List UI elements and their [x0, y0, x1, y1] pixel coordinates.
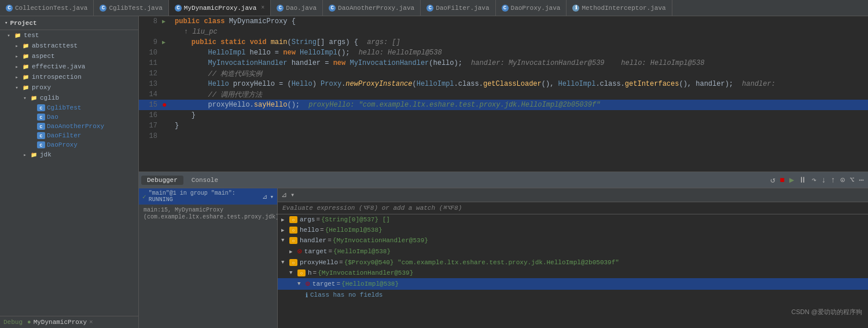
- class-icon: C: [37, 123, 45, 130]
- debug-panel: Debugger Console ↺ ■ ▶ ⏸ ↷ ↓ ↑ ⊙ ⌥ ⋯: [139, 172, 868, 328]
- chevron-down-icon: ▾: [13, 85, 21, 91]
- tab-dao-filter[interactable]: C DaoFilter.java: [421, 0, 495, 16]
- folder-icon: 📁: [21, 73, 30, 81]
- eval-bar[interactable]: Evaluate expression (⌥F8) or add a watch…: [278, 202, 868, 214]
- chevron-right-icon: ▸: [21, 152, 29, 158]
- tab-icon-dao-filter: C: [426, 5, 433, 12]
- restart-icon[interactable]: ↺: [768, 174, 777, 186]
- tab-method-interceptor[interactable]: ℹ MethodInterceptor.java: [567, 0, 672, 16]
- pause-icon[interactable]: ⏸: [797, 174, 808, 186]
- tree-item-proxy[interactable]: ▾ 📁 proxy: [0, 82, 138, 93]
- frame-item[interactable]: main:15, MyDynamicProxy (com.example.ltx…: [139, 205, 277, 222]
- var-item-args[interactable]: ▶ ○ args = {String[0]@537} []: [278, 214, 868, 225]
- folder-icon: 📁: [29, 94, 38, 102]
- step-into-icon[interactable]: ↓: [819, 174, 827, 186]
- tree-item-effective-java[interactable]: ▸ 📁 effective.java: [0, 61, 138, 72]
- code-line-8: 8 ▶ public class MyDynamicProxy {: [139, 16, 868, 27]
- var-item-handler-target[interactable]: ▶ ⊙ target = {HelloImpl@538}: [278, 246, 868, 257]
- code-line-annotation: ↑ liu_pc: [139, 27, 868, 37]
- code-view[interactable]: 8 ▶ public class MyDynamicProxy { ↑ liu_…: [139, 16, 868, 172]
- var-icon-proxy: ○: [289, 259, 297, 266]
- var-item-proxy-hello[interactable]: ▼ ○ proxyHello = {$Proxy0@540} "com.exam…: [278, 257, 868, 268]
- filter-icon[interactable]: ⊿: [262, 193, 267, 201]
- tab-debugger[interactable]: Debugger: [141, 176, 183, 185]
- my-dynamic-proxy-debug-tab[interactable]: ● MyDynamicProxy ×: [27, 319, 93, 326]
- tab-icon-dao-another: C: [329, 5, 336, 12]
- tree-item-dao-proxy[interactable]: C DaoProxy: [0, 140, 138, 150]
- tree-item-introspection[interactable]: ▸ 📁 introspection: [0, 72, 138, 82]
- editor-area: 8 ▶ public class MyDynamicProxy { ↑ liu_…: [139, 16, 868, 172]
- evaluate-icon[interactable]: ⌥: [848, 174, 856, 186]
- check-icon: ✓: [142, 193, 146, 201]
- tab-console[interactable]: Console: [186, 176, 224, 185]
- chevron-right-icon: ▸: [13, 64, 21, 70]
- tab-icon-method: ℹ: [572, 5, 579, 12]
- expand-icon[interactable]: ▾: [290, 191, 295, 199]
- tab-icon-collection: C: [6, 5, 13, 12]
- tab-cglib-test[interactable]: C CglibTest.java: [94, 0, 168, 16]
- sidebar: ▾ Project ▾ 📁 test ▸ 📁 abstracttest ▸ 📁 …: [0, 16, 139, 328]
- debug-tab-label[interactable]: Debug: [3, 319, 23, 326]
- tab-icon-dao: C: [277, 5, 284, 12]
- filter-icon[interactable]: ⊿: [281, 191, 287, 199]
- watermark: CSDN @爱叻叻的程序狗: [792, 308, 862, 316]
- thread-item-main[interactable]: ✓ "main"@1 in group "main": RUNNING ⊿ ▾: [139, 188, 277, 205]
- step-over-icon[interactable]: ↷: [810, 174, 818, 186]
- tree-item-abstracttest[interactable]: ▸ 📁 abstracttest: [0, 41, 138, 51]
- tree-item-test[interactable]: ▾ 📁 test: [0, 30, 138, 41]
- code-line-9: 9 ▶ public static void main(String[] arg…: [139, 37, 868, 48]
- tree-item-dao-another-proxy[interactable]: C DaoAnotherProxy: [0, 122, 138, 131]
- var-icon-h: ○: [297, 269, 306, 276]
- debug-tabs: Debugger Console ↺ ■ ▶ ⏸ ↷ ↓ ↑ ⊙ ⌥ ⋯: [139, 172, 868, 188]
- stop-icon[interactable]: ■: [778, 174, 786, 186]
- var-item-handler[interactable]: ▼ ○ handler = {MyInvocationHandler@539}: [278, 235, 868, 246]
- tab-collection-test[interactable]: C CollectionTest.java: [0, 0, 94, 16]
- chevron-down-icon: ▾: [5, 20, 8, 26]
- tab-my-dynamic-proxy[interactable]: C MyDynamicProxy.java ×: [169, 0, 271, 16]
- code-line-14: 14 // 调用代理方法: [139, 89, 868, 100]
- var-item-hello[interactable]: ▶ ○ hello = {HelloImpl@538}: [278, 225, 868, 235]
- variables-toolbar: ⊿ ▾: [278, 188, 868, 202]
- close-icon[interactable]: ×: [261, 5, 264, 11]
- class-icon: C: [37, 132, 45, 139]
- tree-item-dao[interactable]: C Dao: [0, 112, 138, 122]
- code-line-16: 16 }: [139, 110, 868, 121]
- sidebar-header: ▾ Project: [0, 16, 138, 30]
- chevron-down-icon: ▾: [21, 95, 29, 101]
- resume-icon[interactable]: ▶: [788, 174, 796, 186]
- tree-item-aspect[interactable]: ▸ 📁 aspect: [0, 51, 138, 61]
- main-layout: ▾ Project ▾ 📁 test ▸ 📁 abstracttest ▸ 📁 …: [0, 16, 868, 328]
- tree-item-jdk[interactable]: ▸ 📁 jdk: [0, 150, 138, 160]
- tab-dao[interactable]: C Dao.java: [271, 0, 323, 16]
- code-line-13: 13 Hello proxyHello = (Hello) Proxy.newP…: [139, 79, 868, 89]
- var-icon-handler: ○: [289, 237, 297, 244]
- tree-item-cglib[interactable]: ▾ 📁 cglib: [0, 93, 138, 103]
- chevron-right-icon: ▸: [13, 74, 21, 81]
- var-icon-hello: ○: [289, 227, 297, 234]
- class-icon: C: [37, 114, 45, 121]
- var-item-h-target[interactable]: ▼ ⊙ target = {HelloImpl@538}: [278, 278, 868, 290]
- more-icon[interactable]: ⋯: [858, 174, 866, 186]
- warning-icon: ⊙: [306, 279, 310, 289]
- chevron-right-icon: ▸: [13, 53, 21, 60]
- folder-icon: 📁: [21, 42, 30, 50]
- code-line-18: 18: [139, 131, 868, 141]
- tab-icon-cglib: C: [100, 5, 106, 12]
- var-item-h[interactable]: ▼ ○ h = {MyInvocationHandler@539}: [278, 268, 868, 278]
- run-to-cursor-icon[interactable]: ⊙: [838, 174, 847, 186]
- tab-dao-another-proxy[interactable]: C DaoAnotherProxy.java: [323, 0, 421, 16]
- chevron-right-icon: ▸: [13, 43, 21, 49]
- tab-dao-proxy[interactable]: C DaoProxy.java: [496, 0, 567, 16]
- debug-toolbar: ↺ ■ ▶ ⏸ ↷ ↓ ↑ ⊙ ⌥ ⋯: [768, 174, 866, 186]
- tab-icon-dao-proxy: C: [502, 5, 509, 12]
- tab-bar: C CollectionTest.java C CglibTest.java C…: [0, 0, 868, 16]
- folder-icon: 📁: [21, 83, 30, 92]
- chevron-down-icon[interactable]: ▾: [270, 193, 274, 201]
- tree-item-cglib-test[interactable]: C CglibTest: [0, 103, 138, 112]
- step-out-icon[interactable]: ↑: [829, 174, 837, 186]
- variables-panel: ⊿ ▾ Evaluate expression (⌥F8) or add a w…: [278, 188, 868, 328]
- code-line-11: 11 MyInvocationHandler handler = new MyI…: [139, 58, 868, 68]
- folder-icon: 📁: [13, 31, 22, 39]
- debug-body: ✓ "main"@1 in group "main": RUNNING ⊿ ▾ …: [139, 188, 868, 328]
- tree-item-dao-filter[interactable]: C DaoFilter: [0, 131, 138, 140]
